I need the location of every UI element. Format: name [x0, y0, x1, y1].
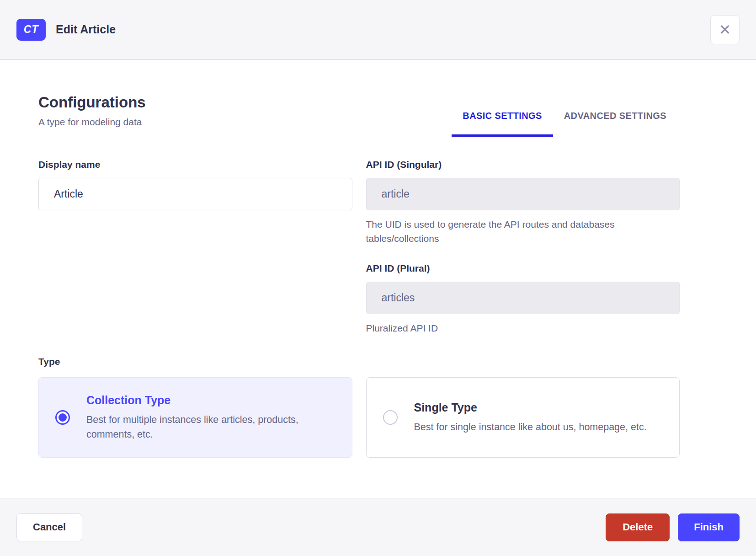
collection-type-text: Collection Type Best for multiple instan…: [86, 394, 335, 442]
api-id-plural-hint: Pluralized API ID: [366, 321, 680, 335]
single-type-text: Single Type Best for single instance lik…: [414, 401, 647, 434]
single-type-option[interactable]: Single Type Best for single instance lik…: [366, 377, 680, 458]
tab-basic-settings[interactable]: BASIC SETTINGS: [452, 111, 553, 136]
collection-type-title: Collection Type: [86, 394, 335, 407]
finish-button[interactable]: Finish: [678, 513, 740, 541]
type-section: Type Collection Type Best for multiple i…: [38, 356, 718, 458]
api-id-singular-field: API ID (Singular) The UID is used to gen…: [366, 159, 680, 246]
edit-article-modal: CT Edit Article ✕ Configurations A type …: [0, 0, 756, 556]
content-type-badge: CT: [16, 19, 46, 41]
api-id-plural-label: API ID (Plural): [366, 263, 680, 274]
delete-button[interactable]: Delete: [606, 513, 670, 541]
radio-selected-icon[interactable]: [55, 410, 70, 425]
type-options: Collection Type Best for multiple instan…: [38, 377, 680, 458]
api-id-singular-label: API ID (Singular): [366, 159, 680, 170]
config-header: Configurations A type for modeling data …: [38, 94, 718, 136]
api-id-singular-hint: The UID is used to generate the API rout…: [366, 217, 680, 246]
display-name-field: Display name: [38, 159, 352, 210]
modal-body: Configurations A type for modeling data …: [0, 60, 756, 498]
collection-type-description: Best for multiple instances like article…: [86, 412, 335, 442]
display-name-input[interactable]: [38, 178, 352, 210]
modal-footer: Cancel Delete Finish: [0, 498, 756, 556]
type-label: Type: [38, 356, 718, 367]
close-button[interactable]: ✕: [710, 15, 740, 44]
cancel-button[interactable]: Cancel: [16, 513, 82, 541]
configuration-form: Display name API ID (Singular) The UID i…: [38, 159, 680, 335]
display-name-label: Display name: [38, 159, 352, 170]
page-subtitle: A type for modeling data: [38, 117, 146, 128]
collection-type-option[interactable]: Collection Type Best for multiple instan…: [38, 377, 352, 458]
api-id-plural-field: API ID (Plural) Pluralized API ID: [366, 263, 680, 335]
page-title: Configurations: [38, 94, 146, 111]
modal-title: Edit Article: [56, 23, 116, 36]
close-icon: ✕: [719, 22, 731, 37]
radio-unselected-icon[interactable]: [383, 410, 398, 425]
single-type-description: Best for single instance like about us, …: [414, 420, 647, 434]
tab-advanced-settings[interactable]: ADVANCED SETTINGS: [553, 111, 677, 136]
api-id-singular-input: [366, 178, 680, 210]
settings-tabs: BASIC SETTINGS ADVANCED SETTINGS: [452, 111, 677, 136]
single-type-title: Single Type: [414, 401, 647, 414]
config-titles: Configurations A type for modeling data: [38, 94, 146, 136]
modal-header: CT Edit Article ✕: [0, 0, 756, 60]
api-id-plural-input: [366, 282, 680, 314]
